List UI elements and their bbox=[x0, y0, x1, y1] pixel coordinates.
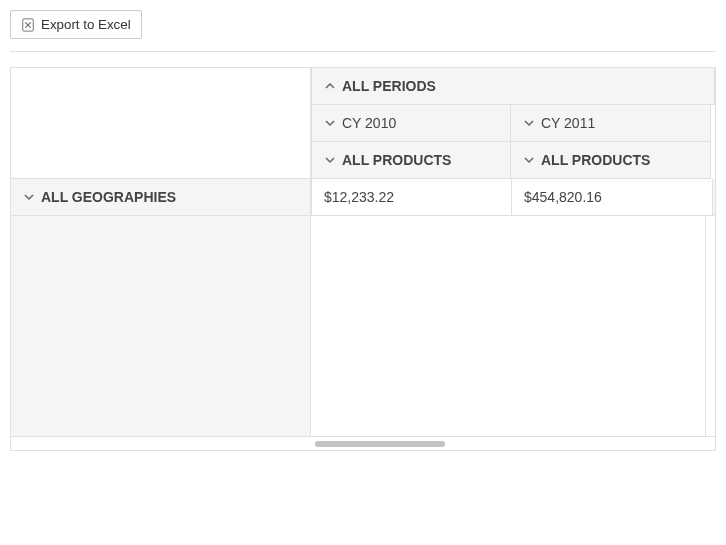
excel-icon bbox=[21, 18, 35, 32]
chevron-down-icon[interactable] bbox=[324, 117, 336, 129]
column-header-cy2010[interactable]: CY 2010 bbox=[311, 105, 511, 142]
chevron-down-icon[interactable] bbox=[523, 154, 535, 166]
horizontal-scrollbar[interactable] bbox=[11, 436, 715, 450]
cy2010-label: CY 2010 bbox=[342, 115, 396, 131]
data-cell-0-1: $454,820.16 bbox=[512, 179, 712, 216]
export-to-excel-button[interactable]: Export to Excel bbox=[10, 10, 142, 39]
pivot-corner-cell bbox=[11, 68, 311, 179]
chevron-up-icon[interactable] bbox=[324, 80, 336, 92]
column-header-all-products-1[interactable]: ALL PRODUCTS bbox=[511, 142, 711, 179]
chevron-down-icon[interactable] bbox=[23, 191, 35, 203]
all-products-0-label: ALL PRODUCTS bbox=[342, 152, 451, 168]
row-header-all-geographies[interactable]: ALL GEOGRAPHIES bbox=[11, 179, 311, 216]
chevron-down-icon[interactable] bbox=[523, 117, 535, 129]
chevron-down-icon[interactable] bbox=[324, 154, 336, 166]
all-geographies-label: ALL GEOGRAPHIES bbox=[41, 189, 176, 205]
pivot-body-empty bbox=[11, 216, 715, 436]
vertical-scroll-gutter bbox=[712, 179, 715, 216]
pivot-grid: ALL PERIODS CY 2010 bbox=[10, 67, 716, 451]
column-header-all-products-0[interactable]: ALL PRODUCTS bbox=[311, 142, 511, 179]
export-button-label: Export to Excel bbox=[41, 17, 131, 32]
all-periods-label: ALL PERIODS bbox=[342, 78, 436, 94]
scroll-thumb[interactable] bbox=[315, 441, 445, 447]
cy2011-label: CY 2011 bbox=[541, 115, 595, 131]
divider bbox=[10, 51, 716, 52]
all-products-1-label: ALL PRODUCTS bbox=[541, 152, 650, 168]
vertical-scroll-gutter-body bbox=[705, 216, 715, 436]
column-header-cy2011[interactable]: CY 2011 bbox=[511, 105, 711, 142]
data-cell-0-0: $12,233.22 bbox=[312, 179, 512, 216]
column-header-all-periods[interactable]: ALL PERIODS bbox=[311, 68, 715, 105]
